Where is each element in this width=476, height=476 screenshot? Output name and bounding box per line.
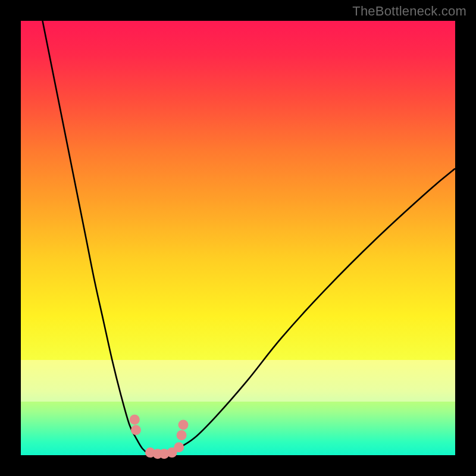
marker-dot (130, 415, 140, 425)
marker-dot (178, 419, 189, 430)
watermark-text: TheBottleneck.com (352, 4, 466, 19)
marker-dot (131, 425, 141, 435)
dotted-markers (130, 415, 189, 459)
curve-layer (21, 21, 455, 455)
left-curve-path (43, 21, 156, 455)
chart-frame: TheBottleneck.com (0, 0, 476, 476)
marker-dot (177, 430, 187, 440)
right-curve-path (155, 168, 455, 455)
marker-dot (174, 442, 184, 452)
